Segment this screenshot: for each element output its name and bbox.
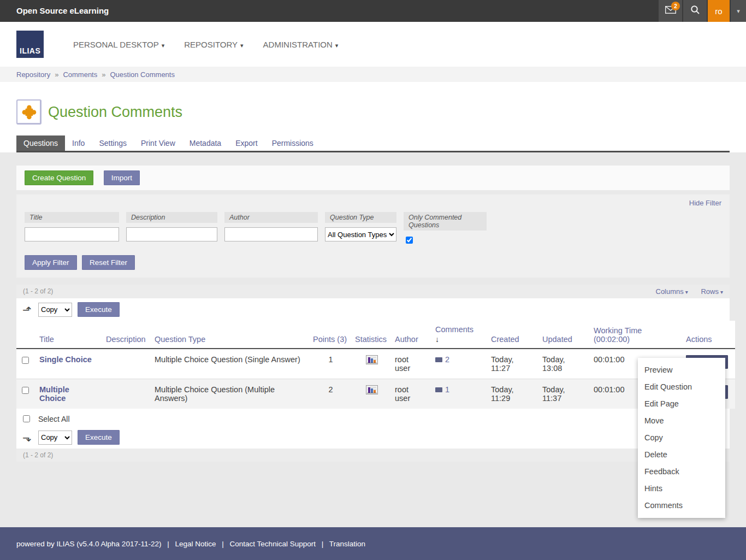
footer-separator: |	[322, 540, 324, 548]
tab-export[interactable]: Export	[228, 135, 264, 151]
tab-metadata[interactable]: Metadata	[182, 135, 228, 151]
nav-repository[interactable]: REPOSITORY▾	[184, 40, 243, 49]
bulk-actions-bottom: ⬎ Copy Execute	[16, 426, 730, 449]
bulk-action-select-bottom[interactable]: Copy	[38, 431, 72, 445]
row-checkbox[interactable]	[22, 387, 29, 394]
filter-title-label: Title	[25, 212, 119, 223]
main-content: Create Question Import Hide Filter Title…	[0, 152, 746, 527]
created-cell: Today, 11:29	[488, 379, 539, 409]
breadcrumb-separator: »	[55, 70, 58, 79]
nav-administration[interactable]: ADMINISTRATION▾	[263, 40, 339, 49]
header-created[interactable]: Created	[488, 321, 539, 349]
apply-filter-button[interactable]: Apply Filter	[25, 255, 77, 270]
rows-dropdown[interactable]: Rows▾	[695, 287, 723, 296]
menu-item-copy[interactable]: Copy	[638, 429, 725, 446]
legal-notice-link[interactable]: Legal Notice	[175, 540, 216, 548]
menu-item-delete[interactable]: Delete	[638, 446, 725, 463]
filter-author-input[interactable]	[224, 227, 318, 241]
comment-count-link[interactable]: 2	[445, 355, 449, 364]
question-title-link[interactable]: Single Choice	[39, 355, 92, 364]
execute-button-top[interactable]: Execute	[78, 302, 120, 317]
chevron-down-icon: ▾	[240, 42, 244, 49]
menu-item-comments[interactable]: Comments	[638, 497, 725, 514]
statistics-icon[interactable]	[352, 379, 392, 409]
menu-item-move[interactable]: Move	[638, 412, 725, 429]
table-row: Single Choice Multiple Choice Question (…	[16, 349, 735, 379]
filter-description-input[interactable]	[126, 227, 217, 241]
hide-filter-link[interactable]: Hide Filter	[689, 199, 721, 207]
filter-only-commented-checkbox[interactable]	[406, 237, 413, 244]
breadcrumb-comments[interactable]: Comments	[63, 70, 97, 79]
table-pager-top: (1 - 2 of 2) Columns▾ Rows▾	[16, 285, 730, 298]
header-description[interactable]: Description	[103, 321, 151, 349]
chevron-down-icon: ▾	[737, 8, 740, 15]
tab-info[interactable]: Info	[65, 135, 92, 151]
table-header-row: Title Description Question Type Points (…	[16, 321, 735, 349]
question-type-cell: Multiple Choice Question (Multiple Answe…	[151, 379, 310, 409]
menu-item-edit-question[interactable]: Edit Question	[638, 379, 725, 396]
sort-desc-icon[interactable]: ↓	[435, 335, 484, 344]
nav-personal-desktop[interactable]: PERSONAL DESKTOP▾	[73, 40, 164, 49]
menu-item-edit-page[interactable]: Edit Page	[638, 396, 725, 412]
main-header: ILIAS PERSONAL DESKTOP▾ REPOSITORY▾ ADMI…	[0, 22, 746, 67]
pager-range: (1 - 2 of 2)	[23, 451, 53, 459]
select-all-checkbox[interactable]	[23, 415, 30, 422]
breadcrumb-question-comments[interactable]: Question Comments	[110, 70, 175, 79]
execute-button-bottom[interactable]: Execute	[78, 430, 120, 445]
points-cell: 2	[310, 379, 352, 409]
header-question-type[interactable]: Question Type	[151, 321, 310, 349]
footer-separator: |	[167, 540, 169, 548]
bulk-actions-top: ⬏ Copy Execute	[16, 298, 730, 321]
pager-range: (1 - 2 of 2)	[23, 287, 53, 296]
question-description	[103, 349, 151, 379]
header-points[interactable]: Points (3)	[310, 321, 352, 349]
apply-to-bottom-icon: ⬎	[21, 431, 33, 444]
filter-question-type-select[interactable]: All Question Types	[325, 227, 396, 241]
columns-dropdown[interactable]: Columns▾	[650, 287, 688, 296]
footer: powered by ILIAS (v5.4.0 Alpha 2017-11-2…	[0, 527, 746, 560]
updated-cell: Today, 13:08	[539, 349, 590, 379]
comments-cell: 2	[432, 349, 488, 379]
breadcrumb: Repository » Comments » Question Comment…	[0, 67, 746, 82]
tab-questions[interactable]: Questions	[16, 135, 65, 151]
filter-title-input[interactable]	[25, 227, 119, 241]
tab-print-view[interactable]: Print View	[134, 135, 182, 151]
reset-filter-button[interactable]: Reset Filter	[82, 255, 135, 270]
topbar-actions: 2 ro ▾	[658, 0, 746, 22]
bulk-action-select-top[interactable]: Copy	[38, 303, 72, 317]
question-title-link[interactable]: Multiple Choice	[39, 394, 93, 403]
header-title[interactable]: Title	[36, 321, 103, 349]
search-button[interactable]	[682, 0, 707, 22]
created-cell: Today, 11:27	[488, 349, 539, 379]
translation-link[interactable]: Translation	[329, 540, 365, 548]
import-button[interactable]: Import	[104, 170, 140, 185]
header-working-time[interactable]: Working Time (00:02:00)	[590, 321, 683, 349]
filter-only-commented-label: Only Commented Questions	[404, 212, 487, 231]
header-author[interactable]: Author	[392, 321, 432, 349]
menu-item-hints[interactable]: Hints	[638, 480, 725, 497]
comment-icon	[435, 357, 442, 362]
header-comments[interactable]: Comments ↓	[432, 321, 488, 349]
user-menu-caret[interactable]: ▾	[730, 0, 746, 22]
comment-icon	[435, 387, 442, 392]
table-pager-bottom: (1 - 2 of 2)	[16, 449, 730, 462]
menu-item-feedback[interactable]: Feedback	[638, 463, 725, 480]
search-icon	[690, 5, 700, 17]
tab-permissions[interactable]: Permissions	[265, 135, 321, 151]
actions-dropdown-menu: Preview Edit Question Edit Page Move Cop…	[638, 358, 725, 518]
question-table-block: (1 - 2 of 2) Columns▾ Rows▾ ⬏ Copy Execu…	[16, 285, 730, 462]
create-question-button[interactable]: Create Question	[25, 170, 93, 185]
statistics-icon[interactable]	[352, 349, 392, 379]
ilias-logo[interactable]: ILIAS	[16, 31, 44, 58]
select-all-label: Select All	[38, 415, 70, 423]
tab-settings[interactable]: Settings	[92, 135, 134, 151]
row-checkbox[interactable]	[22, 357, 29, 364]
breadcrumb-repository[interactable]: Repository	[16, 70, 50, 79]
user-avatar[interactable]: ro	[707, 0, 730, 22]
menu-item-preview[interactable]: Preview	[638, 362, 725, 379]
contact-support-link[interactable]: Contact Technical Support	[230, 540, 316, 548]
header-updated[interactable]: Updated	[539, 321, 590, 349]
author-cell: root user	[392, 379, 432, 409]
mail-button[interactable]: 2	[658, 0, 682, 22]
comment-count-link[interactable]: 1	[445, 385, 449, 394]
